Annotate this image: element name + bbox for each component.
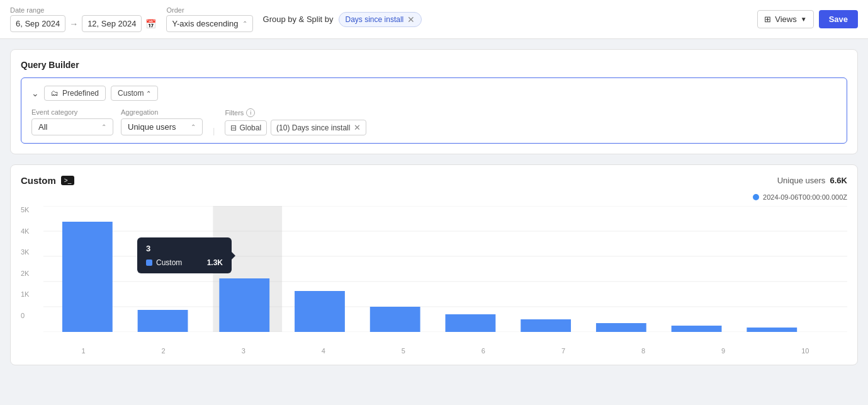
chart-area: 0 1K 2K 3K 4K 5K xyxy=(21,206,847,345)
group-split-tag-close-button[interactable]: ✕ xyxy=(407,15,415,24)
predefined-button[interactable]: 🗂 Predefined xyxy=(44,86,106,101)
query-builder-title: Query Builder xyxy=(21,60,847,70)
calendar-icon[interactable]: 📅 xyxy=(145,19,156,29)
x-label-10: 10 xyxy=(801,347,809,355)
bar-4[interactable] xyxy=(295,291,345,332)
y-label-3k: 3K xyxy=(21,248,40,256)
filters-label-row: Filters i xyxy=(225,108,366,117)
event-category-value: All xyxy=(38,122,47,132)
custom-type-button[interactable]: Custom ⌃ xyxy=(111,86,158,101)
views-chevron-icon: ▼ xyxy=(801,16,807,23)
legend-dot xyxy=(753,194,759,200)
x-axis-labels: 1 2 3 4 5 6 7 8 9 10 xyxy=(21,347,847,355)
bar-5[interactable] xyxy=(370,307,420,332)
filters-info-icon: i xyxy=(246,108,255,117)
x-label-7: 7 xyxy=(561,347,565,355)
bar-3[interactable] xyxy=(219,278,269,332)
group-split-tag-text: Days since install xyxy=(346,15,404,24)
x-label-5: 5 xyxy=(402,347,405,355)
bar-1[interactable] xyxy=(62,222,113,332)
x-label-6: 6 xyxy=(482,347,485,355)
chart-stat: Unique users 6.6K xyxy=(777,176,847,185)
query-type-row: ⌄ 🗂 Predefined Custom ⌃ xyxy=(31,86,837,101)
query-builder-card: Query Builder ⌄ 🗂 Predefined Custom ⌃ Ev… xyxy=(10,49,858,154)
legend-label: 2024-09-06T00:00:00.000Z xyxy=(763,193,847,201)
query-collapse-button[interactable]: ⌄ xyxy=(31,88,39,98)
group-split-tag[interactable]: Days since install ✕ xyxy=(339,12,422,27)
top-bar: Date range 6, Sep 2024 → 12, Sep 2024 📅 … xyxy=(0,0,868,39)
group-split-section: Group by & Split by Days since install ✕ xyxy=(263,12,422,27)
filter-days-text: (10) Days since install xyxy=(276,123,350,132)
stat-value: 6.6K xyxy=(830,176,847,185)
query-inner-panel: ⌄ 🗂 Predefined Custom ⌃ Event category A… xyxy=(21,77,847,144)
event-category-group: Event category All ⌃ xyxy=(31,108,113,135)
y-label-5k: 5K xyxy=(21,206,40,214)
date-range-arrow: → xyxy=(69,19,78,29)
bar-9[interactable] xyxy=(672,326,722,332)
stat-label: Unique users xyxy=(777,176,826,185)
end-date-input[interactable]: 12, Sep 2024 xyxy=(82,15,142,32)
bar-7[interactable] xyxy=(521,319,571,332)
y-axis-labels: 0 1K 2K 3K 4K 5K xyxy=(21,206,40,319)
x-label-2: 2 xyxy=(162,347,166,355)
save-button[interactable]: Save xyxy=(819,10,858,28)
aggregation-chevron-icon: ⌃ xyxy=(191,123,196,130)
custom-label: Custom xyxy=(118,89,144,98)
bar-2[interactable] xyxy=(138,310,188,332)
x-label-8: 8 xyxy=(641,347,645,355)
x-label-9: 9 xyxy=(721,347,725,355)
filter-days-tag: (10) Days since install ✕ xyxy=(271,120,366,135)
custom-chevron-icon: ⌃ xyxy=(146,90,151,97)
aggregation-value: Unique users xyxy=(128,122,176,132)
export-icon[interactable]: >_ xyxy=(61,176,74,185)
order-select[interactable]: Y-axis descending ⌃ xyxy=(166,15,252,32)
global-filter-label: Global xyxy=(239,123,261,132)
filter-days-close-button[interactable]: ✕ xyxy=(354,123,361,132)
x-label-1: 1 xyxy=(81,347,85,355)
separator: | xyxy=(213,126,215,135)
bar-8[interactable] xyxy=(596,323,646,332)
group-split-label: Group by & Split by xyxy=(263,14,334,27)
filters-values-row: ⊟ Global (10) Days since install ✕ xyxy=(225,120,366,135)
aggregation-select[interactable]: Unique users ⌃ xyxy=(121,118,203,135)
right-actions: ⊞ Views ▼ Save xyxy=(757,10,858,28)
chart-svg xyxy=(43,206,847,332)
chart-title-row: Custom >_ xyxy=(21,175,74,186)
global-filter-icon: ⊟ xyxy=(230,123,237,132)
aggregation-label: Aggregation xyxy=(121,108,203,116)
chart-header: Custom >_ Unique users 6.6K xyxy=(21,175,847,186)
start-date-input[interactable]: 6, Sep 2024 xyxy=(10,15,65,32)
chart-legend: 2024-09-06T00:00:00.000Z xyxy=(21,193,847,201)
order-value: Y-axis descending xyxy=(172,19,238,28)
date-range-row: 6, Sep 2024 → 12, Sep 2024 📅 xyxy=(10,15,156,32)
predefined-icon: 🗂 xyxy=(51,89,59,98)
event-category-chevron-icon: ⌃ xyxy=(101,123,106,130)
y-label-4k: 4K xyxy=(21,227,40,235)
predefined-label: Predefined xyxy=(62,89,99,98)
aggregation-group: Aggregation Unique users ⌃ xyxy=(121,108,203,135)
date-range-group: Date range 6, Sep 2024 → 12, Sep 2024 📅 xyxy=(10,6,156,32)
main-content: Query Builder ⌄ 🗂 Predefined Custom ⌃ Ev… xyxy=(0,39,868,375)
views-icon: ⊞ xyxy=(764,14,771,24)
bar-6[interactable] xyxy=(446,314,496,332)
date-range-label: Date range xyxy=(10,6,156,14)
event-category-label: Event category xyxy=(31,108,113,116)
event-category-select[interactable]: All ⌃ xyxy=(31,118,113,135)
x-label-4: 4 xyxy=(322,347,325,355)
y-label-0: 0 xyxy=(21,312,40,319)
chart-card: Custom >_ Unique users 6.6K 2024-09-06T0… xyxy=(10,164,858,365)
order-label: Order xyxy=(166,6,252,14)
x-label-3: 3 xyxy=(242,347,245,355)
order-chevron-icon: ⌃ xyxy=(242,20,247,27)
filters-group: Filters i ⊟ Global (10) Days since insta… xyxy=(225,108,366,135)
global-filter-badge[interactable]: ⊟ Global xyxy=(225,120,267,135)
y-label-2k: 2K xyxy=(21,270,40,277)
order-group: Order Y-axis descending ⌃ xyxy=(166,6,252,32)
chart-title: Custom xyxy=(21,175,56,186)
views-button[interactable]: ⊞ Views ▼ xyxy=(757,10,813,28)
bar-10[interactable] xyxy=(747,328,797,332)
views-label: Views xyxy=(775,14,796,24)
query-fields-row: Event category All ⌃ Aggregation Unique … xyxy=(31,108,837,135)
y-label-1k: 1K xyxy=(21,290,40,298)
filters-label: Filters xyxy=(225,109,244,117)
